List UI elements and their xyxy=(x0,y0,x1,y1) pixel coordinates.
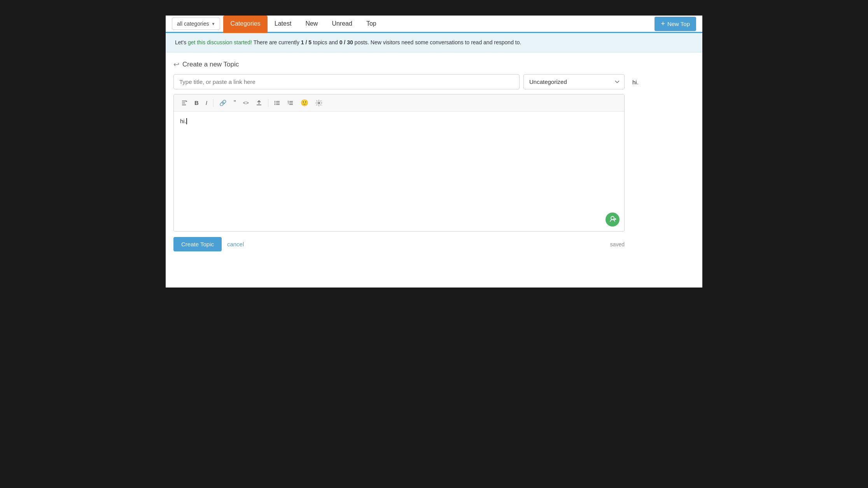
cancel-link[interactable]: cancel xyxy=(227,241,244,247)
tab-top[interactable]: Top xyxy=(359,16,383,33)
category-select[interactable]: Uncategorized xyxy=(523,74,625,89)
toolbar-sep-1 xyxy=(213,99,214,107)
plus-icon: + xyxy=(661,20,665,28)
info-banner: Let's get this discussion started! There… xyxy=(166,33,702,52)
toolbar-quote-btn[interactable] xyxy=(178,98,190,108)
editor-body[interactable]: hi. xyxy=(174,112,624,231)
tab-new[interactable]: New xyxy=(298,16,325,33)
chevron-down-icon: ▼ xyxy=(212,22,215,26)
svg-point-0 xyxy=(186,101,187,102)
toolbar-sep-2 xyxy=(268,99,268,107)
toolbar-numbered-list-btn[interactable]: 2 xyxy=(285,99,296,107)
create-topic-section: ↩ Create a new Topic Uncategorized xyxy=(173,60,625,251)
editor-container: B I 🔗 " <> xyxy=(173,94,625,232)
create-topic-button[interactable]: Create Topic xyxy=(173,237,222,251)
editor-toolbar: B I 🔗 " <> xyxy=(174,94,624,112)
toolbar-italic-btn[interactable]: I xyxy=(203,98,210,108)
toolbar-code-btn[interactable]: <> xyxy=(240,98,252,107)
toolbar-upload-btn[interactable] xyxy=(253,98,265,108)
svg-point-3 xyxy=(275,104,275,105)
section-header: ↩ Create a new Topic xyxy=(173,60,625,69)
discussion-link[interactable]: get this discussion started! xyxy=(188,39,252,45)
editor-text-area[interactable]: hi. xyxy=(180,117,618,226)
new-topic-button[interactable]: + New Top xyxy=(654,17,696,31)
toolbar-bold-btn[interactable]: B xyxy=(192,98,201,108)
tab-categories[interactable]: Categories xyxy=(223,16,267,33)
saved-status: saved xyxy=(610,241,625,247)
user-avatar xyxy=(606,213,620,227)
section-title: Create a new Topic xyxy=(182,61,239,68)
category-dropdown[interactable]: all categories ▼ xyxy=(172,17,220,30)
toolbar-blockquote-btn[interactable]: " xyxy=(231,98,239,108)
main-content: ↩ Create a new Topic Uncategorized xyxy=(166,52,702,259)
preview-text: hi. xyxy=(632,79,695,85)
topic-title-input[interactable] xyxy=(173,74,520,89)
tab-latest[interactable]: Latest xyxy=(268,16,299,33)
toolbar-options-btn[interactable] xyxy=(313,98,325,108)
dropdown-label: all categories xyxy=(177,21,209,27)
svg-point-2 xyxy=(275,102,275,103)
text-cursor xyxy=(186,118,187,124)
form-row: Uncategorized xyxy=(173,74,625,89)
toolbar-link-btn[interactable]: 🔗 xyxy=(217,98,229,108)
form-footer: Create Topic cancel saved xyxy=(173,237,625,251)
navigation-bar: all categories ▼ Categories Latest New U… xyxy=(166,16,702,33)
toolbar-bullet-list-btn[interactable] xyxy=(271,99,283,107)
tab-unread[interactable]: Unread xyxy=(325,16,359,33)
svg-point-5 xyxy=(318,102,320,104)
reply-icon: ↩ xyxy=(173,60,179,69)
toolbar-emoji-btn[interactable]: 🙂 xyxy=(298,98,311,108)
svg-point-1 xyxy=(275,101,275,101)
svg-text:2: 2 xyxy=(288,102,289,105)
preview-column: hi. xyxy=(632,60,695,251)
